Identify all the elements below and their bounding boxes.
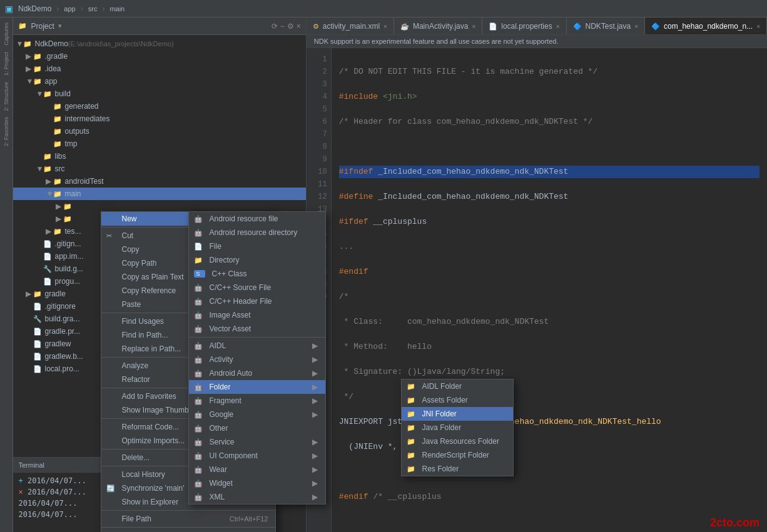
submenu-service[interactable]: 🤖 Service ▶ <box>189 435 325 449</box>
submenu-activity[interactable]: 🤖 Activity ▶ <box>189 353 325 366</box>
image-asset-icon: 🤖 <box>194 311 205 319</box>
service-icon: 🤖 <box>194 438 205 446</box>
cpp-header-icon: 🤖 <box>194 298 205 306</box>
tree-item-gradle[interactable]: ▶ 📁 .gradle <box>13 50 305 63</box>
submenu-java-folder[interactable]: 📁 Java Folder <box>402 421 513 434</box>
sidebar-structure[interactable]: 2: Structure <box>2 79 11 114</box>
title-bar: ▣ NdkDemo › app › src › main <box>0 0 767 18</box>
main-layout: Captures 1: Project 2: Structure 2: Favo… <box>0 18 767 532</box>
context-menu-filepath[interactable]: File Path Ctrl+Alt+F12 <box>101 512 275 526</box>
code-area[interactable]: 12345 678910 1112131415 1617181920 /* DO… <box>307 48 767 532</box>
submenu-cpp-header[interactable]: 🤖 C/C++ Header File <box>189 294 325 308</box>
cpp-class-icon: S <box>194 270 205 278</box>
tree-item-app[interactable]: ▼ 📁 app <box>13 75 305 88</box>
submenu-aidl[interactable]: 🤖 AIDL ▶ <box>189 339 325 353</box>
submenu-cpp-class[interactable]: S C++ Class <box>189 267 325 281</box>
tree-item-idea[interactable]: ▶ 📁 .idea <box>13 63 305 75</box>
breadcrumb-src[interactable]: src <box>88 5 98 13</box>
submenu-folder[interactable]: 🤖 Folder ▶ <box>189 380 325 394</box>
panel-dropdown[interactable]: ▾ <box>58 22 62 30</box>
submenu-directory[interactable]: 📁 Directory <box>189 253 325 267</box>
tab-close-activity[interactable]: × <box>384 23 387 30</box>
widget-icon: 🤖 <box>194 479 205 488</box>
submenu-android-resource-dir[interactable]: 🤖 Android resource directory <box>189 226 325 239</box>
submenu-android-resource-file[interactable]: 🤖 Android resource file <box>189 212 325 226</box>
submenu-cpp-source[interactable]: 🤖 C/C++ Source File <box>189 281 325 294</box>
activity-icon: 🤖 <box>194 356 205 364</box>
tab-activity-main[interactable]: ⚙ activity_main.xml × <box>307 18 394 35</box>
submenu-assets-folder[interactable]: 📁 Assets Folder <box>402 393 513 407</box>
submenu-vector-asset[interactable]: 🤖 Vector Asset <box>189 322 325 336</box>
submenu-file[interactable]: 📄 File <box>189 239 325 253</box>
tree-item-root[interactable]: ▼ 📁 NdkDemo (E:\android\as_projects\NdkD… <box>13 38 305 50</box>
settings-icon[interactable]: ⚙ <box>287 22 294 31</box>
tree-item-tmp[interactable]: 📁 tmp <box>13 138 305 150</box>
warning-text: NDK support is an experimental feature a… <box>314 38 559 45</box>
submenu-xml[interactable]: 🤖 XML ▶ <box>189 490 325 504</box>
app-icon: ▣ <box>5 4 13 14</box>
submenu-image-asset[interactable]: 🤖 Image Asset <box>189 308 325 322</box>
panel-header-icons: ⟳ − ⚙ × <box>272 22 301 31</box>
tab-close-comhehao[interactable]: × <box>756 23 760 30</box>
app-name: NdkDemo <box>18 4 51 13</box>
tree-item-androidtest[interactable]: ▶ 📁 androidTest <box>13 175 305 188</box>
sidebar-project[interactable]: 1: Project <box>2 49 11 78</box>
sidebar-favorites[interactable]: 2: Favorites <box>2 114 11 149</box>
context-menu-comparewith[interactable]: Compare With... Ctrl+D <box>101 529 275 532</box>
tree-item-intermediates[interactable]: 📁 intermediates <box>13 113 305 125</box>
tree-item-generated[interactable]: 📁 generated <box>13 100 305 113</box>
tree-item-src[interactable]: ▼ 📁 src <box>13 163 305 175</box>
submenu-res-folder[interactable]: 📁 Res Folder <box>402 462 513 476</box>
panel-icon: 📁 <box>18 22 27 30</box>
cpp-src-icon: 🤖 <box>194 284 205 292</box>
submenu-other[interactable]: 🤖 Other <box>189 421 325 435</box>
tree-item-libs[interactable]: 📁 libs <box>13 150 305 163</box>
breadcrumb-app[interactable]: app <box>64 5 75 13</box>
submenu-widget[interactable]: 🤖 Widget ▶ <box>189 476 325 490</box>
sync-icon-menu: 🔄 <box>106 484 118 493</box>
code-content[interactable]: /* DO NOT EDIT THIS FILE - it is machine… <box>332 48 767 532</box>
submenu-renderscript-folder[interactable]: 📁 RenderScript Folder <box>402 448 513 462</box>
dir-icon: 📁 <box>194 256 205 264</box>
tree-item-main[interactable]: ▼ 📁 main <box>13 188 305 200</box>
submenu-android-auto[interactable]: 🤖 Android Auto ▶ <box>189 366 325 380</box>
sub-sep-1 <box>189 337 325 338</box>
tree-item-build[interactable]: ▼ 📁 build <box>13 88 305 100</box>
tab-bar: ⚙ activity_main.xml × ☕ MainActivity.jav… <box>307 18 767 35</box>
code-editor: ⚙ activity_main.xml × ☕ MainActivity.jav… <box>307 18 767 532</box>
submenu-ui-component[interactable]: 🤖 UI Component ▶ <box>189 449 325 463</box>
submenu-jni-folder[interactable]: 📁 JNI Folder <box>402 407 513 421</box>
ui-icon: 🤖 <box>194 452 205 460</box>
fragment-icon: 🤖 <box>194 397 205 405</box>
submenu-java-resources-folder[interactable]: 📁 Java Resources Folder <box>402 434 513 448</box>
sidebar-captures[interactable]: Captures <box>2 20 11 48</box>
submenu-fragment[interactable]: 🤖 Fragment ▶ <box>189 394 325 408</box>
collapse-icon[interactable]: − <box>280 22 285 31</box>
side-toolbar: Captures 1: Project 2: Structure 2: Favo… <box>0 18 13 532</box>
assets-folder-icon: 📁 <box>407 396 418 404</box>
menu-sep-8 <box>101 510 275 511</box>
jni-folder-icon: 📁 <box>407 410 418 418</box>
tree-item-outputs[interactable]: 📁 outputs <box>13 125 305 138</box>
tab-comhehao[interactable]: 🔷 com_hehao_ndkdemo_n... × <box>645 18 767 35</box>
tree-item-java-folder[interactable]: ▶ 📁 <box>13 200 305 213</box>
terminal-title: Terminal <box>18 461 44 469</box>
rs-folder-icon: 📁 <box>407 451 418 459</box>
submenu-google[interactable]: 🤖 Google ▶ <box>189 408 325 421</box>
project-panel: 📁 Project ▾ ⟳ − ⚙ × ▼ 📁 NdkDemo (E:\andr… <box>13 18 306 532</box>
sync-icon[interactable]: ⟳ <box>272 22 278 31</box>
tab-close-ndk[interactable]: × <box>634 23 638 30</box>
file-new-icon: 📄 <box>194 243 205 251</box>
aidl-icon: 🤖 <box>194 342 205 350</box>
submenu-aidl-folder[interactable]: 📁 AIDL Folder <box>402 379 513 393</box>
tab-ndktest[interactable]: 🔷 NDKTest.java × <box>567 18 646 35</box>
tab-localprops[interactable]: 📄 local.properties × <box>482 18 566 35</box>
tab-close-main[interactable]: × <box>472 23 475 30</box>
breadcrumb-main[interactable]: main <box>109 5 124 13</box>
java-folder-icon: 📁 <box>407 424 418 432</box>
tab-mainactivity[interactable]: ☕ MainActivity.java × <box>394 18 482 35</box>
submenu-wear[interactable]: 🤖 Wear ▶ <box>189 463 325 476</box>
tab-close-local[interactable]: × <box>556 23 560 30</box>
android-auto-icon: 🤖 <box>194 369 205 378</box>
close-panel-icon[interactable]: × <box>297 22 301 31</box>
